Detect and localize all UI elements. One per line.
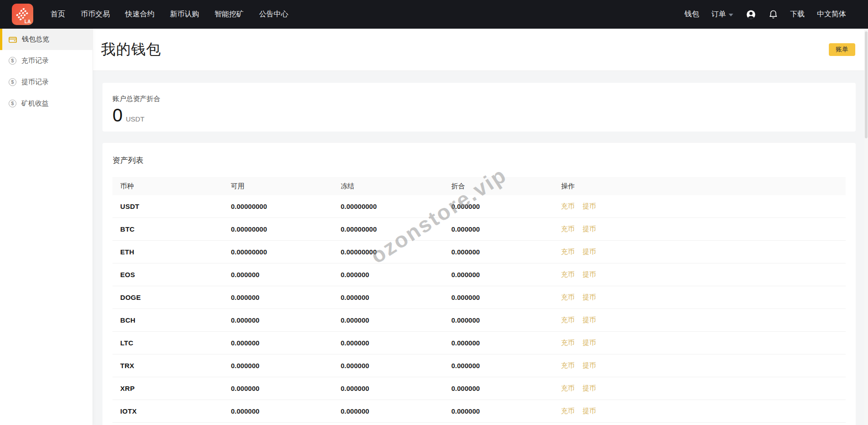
nav-item-smart-mining[interactable]: 智能挖矿 — [214, 10, 244, 19]
equivalent-cell: 0.000000 — [451, 248, 561, 256]
deposit-link[interactable]: 充币 — [561, 293, 575, 301]
withdraw-link[interactable]: 提币 — [582, 361, 596, 369]
table-row: LTC0.0000000.0000000.000000充币提币 — [112, 332, 846, 354]
coin-cell: BTC — [120, 225, 231, 233]
table-row: TRX0.0000000.0000000.000000充币提币 — [112, 354, 846, 377]
deposit-link[interactable]: 充币 — [561, 407, 575, 415]
equivalent-cell: 0.000000 — [451, 202, 561, 210]
scrollbar-thumb[interactable] — [865, 31, 868, 138]
actions-cell: 充币提币 — [561, 293, 846, 302]
main-content: 我的钱包 账单 账户总资产折合 0 USDT 资产列表 币种可用冻结折合操作 U… — [93, 29, 868, 425]
nav-download-link[interactable]: 下载 — [790, 10, 805, 19]
available-cell: 0.00000000 — [231, 202, 341, 210]
equivalent-cell: 0.000000 — [451, 362, 561, 369]
table-row: BCH0.0000000.0000000.000000充币提币 — [112, 309, 846, 332]
coin-cell: USDT — [120, 202, 231, 210]
coin-cell: LTC — [120, 339, 231, 347]
notification-bell-icon[interactable] — [769, 10, 778, 20]
equivalent-cell: 0.000000 — [451, 407, 561, 415]
bill-button[interactable]: 账单 — [829, 43, 855, 56]
frozen-cell: 0.00000000 — [341, 248, 451, 256]
sidebar-item-label: 充币记录 — [21, 56, 49, 65]
equivalent-cell: 0.000000 — [451, 316, 561, 324]
available-cell: 0.000000 — [231, 271, 341, 278]
nav-wallet-link[interactable]: 钱包 — [684, 10, 699, 19]
nav-item-home[interactable]: 首页 — [51, 10, 65, 19]
column-header: 折合 — [451, 182, 561, 191]
total-assets-value: 0 — [112, 106, 123, 124]
coin-cell: ETH — [120, 248, 231, 256]
sidebar-item-label: 矿机收益 — [21, 99, 49, 108]
nav-item-quick-contract[interactable]: 快速合约 — [125, 10, 154, 19]
equivalent-cell: 0.000000 — [451, 271, 561, 278]
asset-table-body: USDT0.000000000.000000000.000000充币提币BTC0… — [112, 195, 846, 423]
available-cell: 0.000000 — [231, 293, 341, 301]
sidebar-item-withdraw-records[interactable]: $提币记录 — [0, 71, 92, 93]
available-cell: 0.00000000 — [231, 225, 341, 233]
wallet-icon — [9, 35, 17, 44]
withdraw-link[interactable]: 提币 — [582, 293, 596, 301]
equivalent-cell: 0.000000 — [451, 385, 561, 392]
actions-cell: 充币提币 — [561, 202, 846, 211]
withdraw-link[interactable]: 提币 — [582, 202, 596, 210]
withdraw-link[interactable]: 提币 — [582, 316, 596, 324]
sidebar-item-wallet-overview[interactable]: 钱包总览 — [0, 29, 92, 50]
table-row: USDT0.000000000.000000000.000000充币提币 — [112, 195, 846, 218]
available-cell: 0.00000000 — [231, 248, 341, 256]
deposit-link[interactable]: 充币 — [561, 316, 575, 324]
nav-orders-label: 订单 — [711, 10, 726, 19]
deposit-link[interactable]: 充币 — [561, 270, 575, 278]
sidebar-item-miner-income[interactable]: $矿机收益 — [0, 93, 92, 114]
sidebar-item-label: 钱包总览 — [22, 35, 49, 44]
actions-cell: 充币提币 — [561, 316, 846, 324]
coin-icon: $ — [9, 57, 16, 65]
coin-icon: $ — [9, 100, 16, 107]
user-avatar-icon[interactable] — [745, 9, 756, 20]
logo-text: LA — [25, 19, 31, 24]
frozen-cell: 0.00000000 — [341, 202, 451, 210]
withdraw-link[interactable]: 提币 — [582, 339, 596, 346]
table-row: EOS0.0000000.0000000.000000充币提币 — [112, 263, 846, 286]
coin-cell: DOGE — [120, 293, 231, 301]
chevron-down-icon — [729, 14, 733, 16]
actions-cell: 充币提币 — [561, 225, 846, 233]
available-cell: 0.000000 — [231, 339, 341, 347]
scrollbar[interactable] — [864, 29, 868, 425]
deposit-link[interactable]: 充币 — [561, 202, 575, 210]
table-row: BTC0.000000000.000000000.000000充币提币 — [112, 218, 846, 241]
deposit-link[interactable]: 充币 — [561, 361, 575, 369]
layout: 钱包总览$充币记录$提币记录$矿机收益 我的钱包 账单 账户总资产折合 0 US… — [0, 29, 868, 425]
withdraw-link[interactable]: 提币 — [582, 384, 596, 392]
language-selector[interactable]: 中文简体 — [817, 10, 846, 19]
nav-item-new-coin-subscription[interactable]: 新币认购 — [170, 10, 199, 19]
coin-cell: BCH — [120, 316, 231, 324]
nav-items: 首页币币交易快速合约新币认购智能挖矿公告中心 — [51, 10, 304, 19]
sidebar-item-deposit-records[interactable]: $充币记录 — [0, 50, 92, 71]
nav-item-spot-trading[interactable]: 币币交易 — [81, 10, 110, 19]
deposit-link[interactable]: 充币 — [561, 248, 575, 255]
nav-item-announcement-center[interactable]: 公告中心 — [259, 10, 288, 19]
actions-cell: 充币提币 — [561, 248, 846, 256]
app-logo[interactable]: LA — [12, 4, 33, 25]
actions-cell: 充币提币 — [561, 339, 846, 347]
column-header: 可用 — [231, 182, 341, 191]
frozen-cell: 0.000000 — [341, 407, 451, 415]
withdraw-link[interactable]: 提币 — [582, 407, 596, 415]
nav-orders-dropdown[interactable]: 订单 — [711, 10, 733, 19]
asset-table-header: 币种可用冻结折合操作 — [112, 177, 846, 195]
frozen-cell: 0.000000 — [341, 271, 451, 278]
table-row: XRP0.0000000.0000000.000000充币提币 — [112, 377, 846, 400]
deposit-link[interactable]: 充币 — [561, 225, 575, 233]
withdraw-link[interactable]: 提币 — [582, 270, 596, 278]
deposit-link[interactable]: 充币 — [561, 339, 575, 346]
withdraw-link[interactable]: 提币 — [582, 248, 596, 255]
frozen-cell: 0.00000000 — [341, 225, 451, 233]
actions-cell: 充币提币 — [561, 270, 846, 279]
column-header: 币种 — [120, 182, 231, 191]
frozen-cell: 0.000000 — [341, 339, 451, 347]
total-assets-unit: USDT — [126, 115, 144, 123]
deposit-link[interactable]: 充币 — [561, 384, 575, 392]
table-row: DOGE0.0000000.0000000.000000充币提币 — [112, 286, 846, 309]
total-assets-value-row: 0 USDT — [112, 106, 846, 124]
withdraw-link[interactable]: 提币 — [582, 225, 596, 233]
